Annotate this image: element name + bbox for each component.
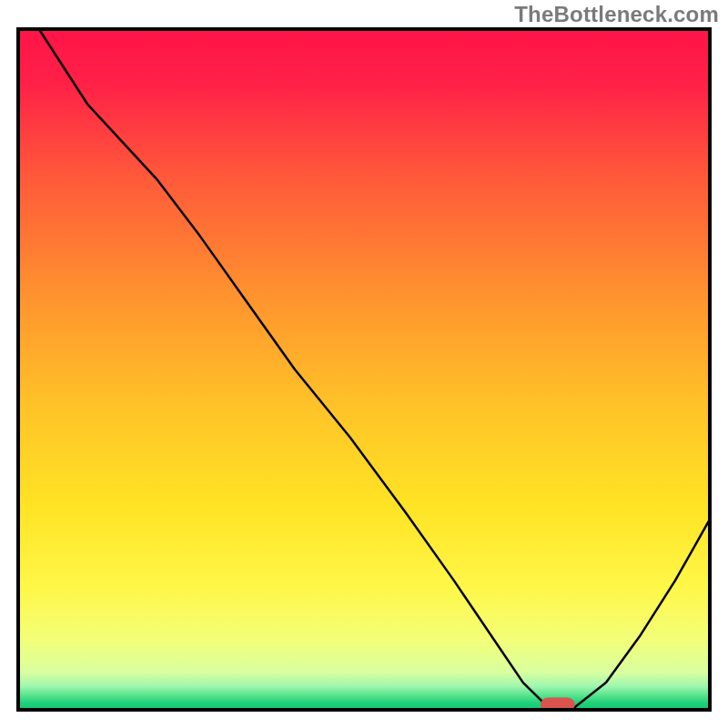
gradient-background: [18, 29, 710, 710]
watermark-text: TheBottleneck.com: [514, 2, 719, 27]
bottleneck-chart: [0, 0, 728, 728]
chart-container: TheBottleneck.com: [0, 0, 728, 728]
